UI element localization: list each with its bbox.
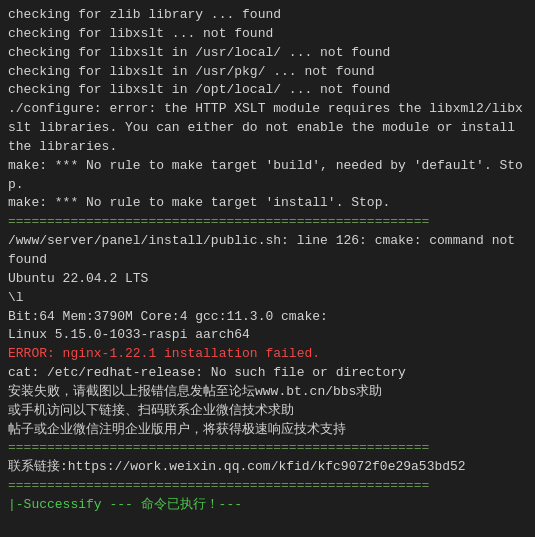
terminal-line-1: checking for libxslt ... not found xyxy=(8,25,527,44)
terminal-line-9: make: *** No rule to make target 'instal… xyxy=(8,194,527,213)
terminal-line-13: \l xyxy=(8,289,527,308)
terminal-line-11: /www/server/panel/install/public.sh: lin… xyxy=(8,232,527,270)
terminal-line-10: ========================================… xyxy=(8,213,527,232)
terminal-line-12: Ubuntu 22.04.2 LTS xyxy=(8,270,527,289)
terminal-line-17: cat: /etc/redhat-release: No such file o… xyxy=(8,364,527,383)
terminal-line-0: checking for zlib library ... found xyxy=(8,6,527,25)
terminal-line-14: Bit:64 Mem:3790M Core:4 gcc:11.3.0 cmake… xyxy=(8,308,527,327)
terminal-line-16: ERROR: nginx-1.22.1 installation failed. xyxy=(8,345,527,364)
terminal-line-4: checking for libxslt in /opt/local/ ... … xyxy=(8,81,527,100)
terminal-line-20: 帖子或企业微信注明企业版用户，将获得极速响应技术支持 xyxy=(8,421,527,440)
terminal-window: checking for zlib library ... foundcheck… xyxy=(0,0,535,537)
terminal-line-23: ========================================… xyxy=(8,477,527,496)
terminal-line-19: 或手机访问以下链接、扫码联系企业微信技术求助 xyxy=(8,402,527,421)
terminal-line-18: 安装失败，请截图以上报错信息发帖至论坛www.bt.cn/bbs求助 xyxy=(8,383,527,402)
terminal-line-3: checking for libxslt in /usr/pkg/ ... no… xyxy=(8,63,527,82)
terminal-line-21: ========================================… xyxy=(8,439,527,458)
terminal-line-24: |-Successify --- 命令已执行！--- xyxy=(8,496,527,515)
terminal-line-6: ./configure: error: the HTTP XSLT module… xyxy=(8,100,527,157)
terminal-line-15: Linux 5.15.0-1033-raspi aarch64 xyxy=(8,326,527,345)
terminal-line-2: checking for libxslt in /usr/local/ ... … xyxy=(8,44,527,63)
terminal-line-8: make: *** No rule to make target 'build'… xyxy=(8,157,527,195)
terminal-line-22: 联系链接:https://work.weixin.qq.com/kfid/kfc… xyxy=(8,458,527,477)
